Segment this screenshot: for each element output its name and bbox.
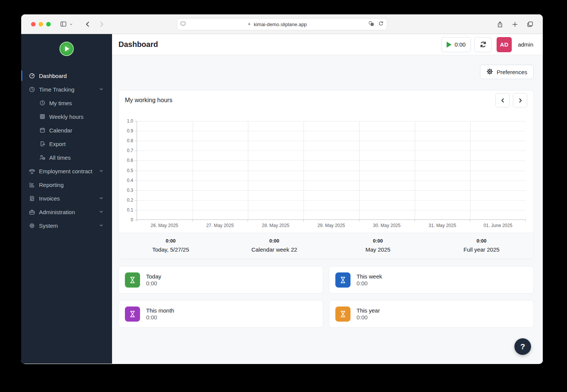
sidebar-item-time-tracking[interactable]: Time Tracking [21, 82, 112, 96]
play-icon [447, 42, 452, 48]
chevron-down-icon[interactable] [69, 22, 73, 26]
hourglass-icon [125, 272, 140, 288]
stat-card-title: This year [357, 307, 380, 314]
sidebar-item-system[interactable]: System [21, 219, 112, 232]
sidebar-item-invoices[interactable]: Invoices [21, 191, 112, 205]
clock-icon [29, 86, 35, 93]
summary-item-calendar-week-22: 0:00Calendar week 22 [223, 238, 326, 253]
y-tick-mark [135, 160, 137, 161]
sidebar-toggle-icon[interactable] [60, 21, 67, 27]
previous-period-button[interactable] [495, 93, 510, 107]
sidebar-item-label: Export [49, 141, 65, 147]
x-tick-mark [525, 219, 526, 221]
y-tick-mark [135, 200, 137, 201]
sidebar-item-export[interactable]: Export [21, 137, 112, 151]
reload-icon[interactable] [378, 21, 384, 28]
y-tick-label: 0.2 [127, 198, 133, 203]
sidebar-item-weekly-hours[interactable]: Weekly hours [21, 110, 112, 123]
gridline [137, 151, 526, 151]
y-tick-label: 1.0 [127, 118, 133, 124]
sidebar-item-dashboard[interactable]: Dashboard [21, 69, 112, 82]
url-bar[interactable]: kimai-demo.sliplane.app [177, 19, 387, 30]
close-window-button[interactable] [31, 22, 36, 26]
hourglass-icon [335, 272, 350, 288]
page-settings-icon[interactable] [180, 21, 186, 28]
sidebar-item-my-times[interactable]: My times [21, 96, 112, 110]
sidebar-item-label: System [39, 222, 58, 229]
gridline [248, 121, 248, 219]
gridline [304, 121, 304, 219]
x-tick-mark [303, 219, 304, 221]
sidebar-item-label: Invoices [39, 195, 60, 202]
username[interactable]: admin [518, 41, 533, 48]
sidebar-item-label: Calendar [49, 127, 72, 134]
stat-card-this-month: This month0:00 [118, 300, 323, 328]
sidebar-item-administration[interactable]: Administration [21, 205, 112, 219]
main-content: Dashboard 0:00 AD admin [112, 34, 543, 364]
sync-icon [480, 41, 487, 48]
start-timer-button[interactable]: 0:00 [441, 37, 471, 52]
working-hours-card: My working hours 1.00.90.80.70. [118, 90, 534, 259]
chart-y-axis: 1.00.90.80.70.60.50.40.30.20.10 [119, 121, 137, 220]
next-period-button[interactable] [513, 93, 527, 107]
hourglass-icon [125, 306, 140, 322]
sidebar-item-reporting[interactable]: Reporting [21, 178, 112, 191]
sidebar-item-label: Employment contract [39, 168, 92, 174]
sidebar-item-all-times[interactable]: All times [21, 151, 112, 164]
kimai-logo[interactable] [59, 42, 74, 56]
gridline [137, 131, 526, 131]
gridline [193, 121, 193, 219]
y-tick-mark [135, 151, 137, 151]
summary-item-full-year-2025: 0:00Full year 2025 [430, 238, 533, 253]
translate-icon[interactable] [368, 21, 374, 28]
timer-value: 0:00 [455, 41, 466, 48]
browser-forward-button[interactable] [98, 21, 105, 28]
summary-item-today-5-27-25: 0:00Today, 5/27/25 [119, 238, 223, 253]
gear-icon [29, 222, 35, 229]
x-tick-label: 27. May 2025 [192, 223, 248, 228]
y-tick-mark [135, 210, 137, 210]
user-avatar[interactable]: AD [497, 37, 512, 52]
x-tick-label: 28. May 2025 [248, 223, 304, 228]
sidebar-item-label: All times [49, 154, 71, 161]
tab-overview-icon[interactable] [526, 21, 534, 28]
dashboard-page: Preferences My working hours [112, 55, 543, 364]
gridline [470, 121, 470, 219]
x-tick-label: 30. May 2025 [359, 223, 414, 228]
share-icon[interactable] [497, 21, 503, 28]
gridline [359, 121, 360, 219]
zoom-window-button[interactable] [46, 22, 51, 26]
stat-card-value: 0:00 [357, 280, 382, 286]
minimize-window-button[interactable] [39, 22, 43, 26]
sidebar-item-employment-contract[interactable]: Employment contract [21, 164, 112, 178]
new-tab-icon[interactable] [512, 21, 518, 28]
refresh-button[interactable] [474, 37, 492, 52]
gridline [137, 141, 526, 141]
gridline [137, 180, 526, 181]
gridline [137, 171, 526, 171]
help-button[interactable]: ? [514, 338, 531, 355]
summary-label: Full year 2025 [464, 246, 500, 253]
y-tick-label: 0.5 [127, 168, 133, 173]
chart-x-axis: 26. May 202527. May 202528. May 202529. … [137, 220, 526, 228]
working-hours-summary: 0:00Today, 5/27/250:00Calendar week 220:… [119, 233, 533, 259]
browser-back-button[interactable] [84, 21, 91, 28]
x-tick-label: 29. May 2025 [304, 223, 359, 228]
app-sidebar: DashboardTime TrackingMy timesWeekly hou… [21, 34, 112, 364]
stat-card-this-week: This week0:00 [329, 266, 534, 294]
y-tick-label: 0.9 [127, 128, 133, 134]
y-tick-label: 0.1 [127, 207, 133, 213]
play-icon [65, 46, 69, 51]
report-icon [29, 182, 35, 188]
stat-card-title: This week [357, 273, 382, 280]
chevron-right-icon [517, 98, 523, 103]
sidebar-item-label: Administration [39, 209, 75, 215]
chevron-left-icon [500, 98, 506, 103]
sidebar-item-calendar[interactable]: Calendar [21, 123, 112, 137]
x-tick-label: 01. June 2025 [470, 223, 526, 228]
card-title: My working hours [125, 97, 172, 104]
gridline [137, 160, 526, 161]
gridline [415, 121, 415, 219]
summary-value: 0:00 [166, 238, 176, 244]
preferences-button[interactable]: Preferences [480, 65, 534, 79]
